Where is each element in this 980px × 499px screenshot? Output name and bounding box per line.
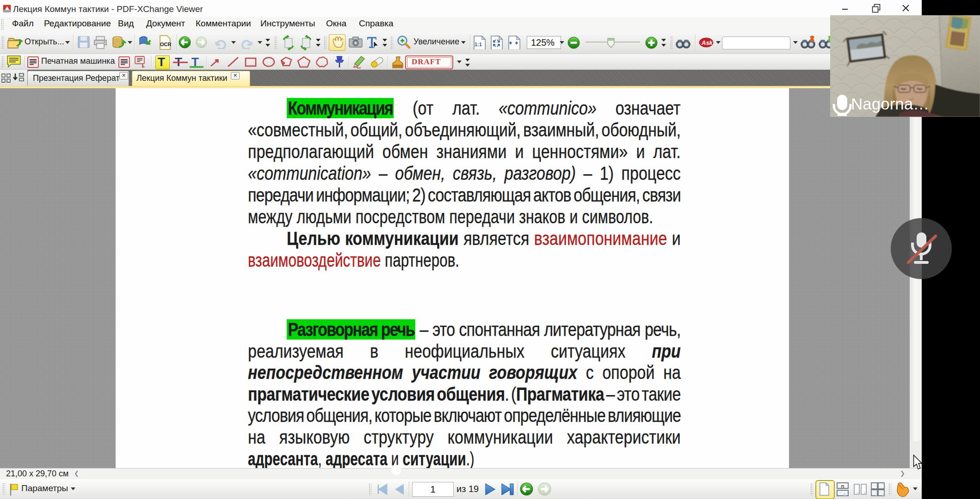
svg-text:OCR: OCR bbox=[160, 42, 172, 47]
svg-text:Ask: Ask bbox=[701, 39, 713, 46]
svg-text:Nagorna…: Nagorna… bbox=[851, 95, 929, 113]
svg-text:1:1: 1:1 bbox=[475, 42, 482, 47]
